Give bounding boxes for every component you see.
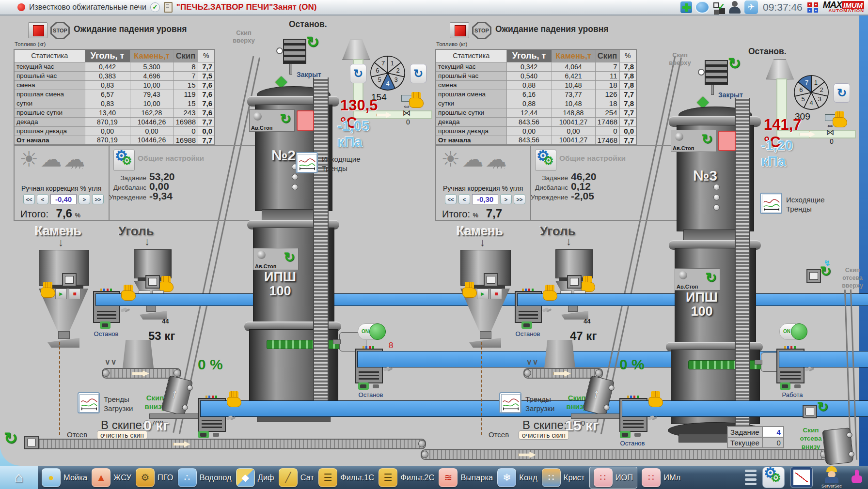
- skip-bucket[interactable]: [583, 375, 615, 416]
- taskbar-item[interactable]: ◆ Диф: [236, 468, 274, 487]
- taskbar-item[interactable]: ∷ ИОП: [589, 467, 638, 489]
- rotate-wheel-right-button[interactable]: [410, 64, 426, 83]
- skip-winch-drive[interactable]: 0 % 0 %: [619, 398, 647, 432]
- stop-sign-icon[interactable]: STOP: [472, 22, 491, 39]
- engineer-icon[interactable]: [728, 0, 742, 14]
- screenings-skip-bucket[interactable]: [822, 428, 853, 465]
- add-icon[interactable]: [680, 1, 692, 13]
- discharge-on-toggle[interactable]: ON: [779, 323, 806, 340]
- rain-cloud-icon[interactable]: [63, 147, 85, 171]
- rain-cloud-icon[interactable]: [485, 147, 506, 171]
- taskbar-item[interactable]: ▲ ЖСУ: [92, 468, 131, 487]
- sun-icon[interactable]: [19, 147, 38, 171]
- stop-sign-icon[interactable]: STOP: [50, 22, 70, 39]
- sun-icon[interactable]: [441, 147, 460, 171]
- skip-winch-drive[interactable]: 0 % 0 %: [198, 398, 226, 432]
- col-skip[interactable]: Скип: [174, 49, 198, 62]
- col-statistic[interactable]: Статистика: [436, 49, 506, 62]
- feeder-drive[interactable]: 0 %: [515, 291, 542, 323]
- server-security-icon[interactable]: ServerSec: [819, 466, 845, 489]
- settings-gears-button[interactable]: [762, 467, 785, 488]
- taskbar-item[interactable]: ∴ Водопод: [178, 468, 232, 487]
- manual-mode-hand-icon[interactable]: [121, 285, 136, 301]
- discharge-drive[interactable]: 0 % 0 A: [355, 349, 383, 383]
- correction-fast-decrease-button[interactable]: <<: [445, 194, 457, 204]
- manual-mode-hand-icon[interactable]: [41, 282, 55, 298]
- alarm-square-indicator[interactable]: [297, 110, 314, 131]
- recycle-icon[interactable]: [728, 57, 741, 70]
- recycle-icon[interactable]: [820, 265, 831, 278]
- correction-value-field[interactable]: -0,30: [472, 194, 498, 204]
- manual-mode-hand-icon[interactable]: [648, 391, 663, 408]
- taskbar-item[interactable]: ⚙ ПГО: [136, 468, 174, 487]
- telegram-icon[interactable]: [744, 0, 758, 14]
- coal-gate-valve-icon[interactable]: [567, 275, 582, 289]
- manual-mode-hand-icon[interactable]: [462, 282, 477, 298]
- screenings-skip-valve-icon[interactable]: [806, 269, 821, 283]
- setpoint-count-field[interactable]: 4: [762, 427, 784, 437]
- taskbar-item[interactable]: ∷ Крист: [542, 468, 585, 487]
- col-statistic[interactable]: Статистика: [14, 49, 85, 62]
- alarm-square-indicator[interactable]: [718, 131, 736, 151]
- touch-hand-icon[interactable]: [851, 470, 863, 485]
- col-stone[interactable]: Камень,т: [552, 49, 595, 62]
- manual-mode-hand-icon[interactable]: [159, 276, 174, 292]
- col-skip[interactable]: Скип: [595, 49, 619, 62]
- manual-mode-hand-icon[interactable]: [833, 111, 847, 128]
- general-settings-button[interactable]: [535, 150, 556, 171]
- taskbar-item[interactable]: ≋ Выпарка: [439, 468, 493, 487]
- stone-gate-valve-icon[interactable]: [484, 273, 498, 287]
- start-button[interactable]: [55, 289, 67, 299]
- auto-stop-panel[interactable]: Ав.Стоп: [249, 109, 295, 132]
- rotary-charger-wheel[interactable]: 1234567: [369, 55, 406, 92]
- clear-skip-button[interactable]: очистить скип: [519, 430, 569, 440]
- stop-button[interactable]: [69, 289, 80, 299]
- col-percent[interactable]: %: [619, 49, 636, 62]
- manual-mode-hand-icon[interactable]: [227, 391, 241, 408]
- menu-bars-icon[interactable]: [745, 470, 757, 485]
- coal-gate-valve-icon[interactable]: [145, 275, 160, 289]
- chat-icon[interactable]: [695, 1, 710, 14]
- auto-stop-panel[interactable]: Ав.Стоп: [671, 130, 716, 152]
- load-trends-button[interactable]: [78, 392, 100, 413]
- trends-chart-button[interactable]: [790, 467, 813, 488]
- correction-decrease-button[interactable]: <: [37, 194, 48, 204]
- start-button[interactable]: [477, 289, 489, 299]
- screenings-skip-valve-icon[interactable]: [803, 405, 817, 418]
- recycle-icon[interactable]: [817, 401, 828, 413]
- network-status-icon[interactable]: [712, 1, 725, 13]
- taskbar-item[interactable]: ∷ ИМл: [642, 468, 680, 487]
- stop-button[interactable]: [490, 289, 502, 299]
- rotary-charger-wheel[interactable]: 1234567: [793, 74, 830, 111]
- stone-gate-valve-icon[interactable]: [62, 273, 77, 287]
- auto-stop-panel[interactable]: Ав.Стоп: [675, 268, 720, 290]
- discharge-on-toggle[interactable]: ON: [358, 323, 385, 340]
- emergency-stop-button[interactable]: [450, 22, 469, 38]
- col-percent[interactable]: %: [198, 49, 215, 62]
- correction-value-field[interactable]: -0,40: [50, 194, 77, 204]
- cloud-icon[interactable]: [462, 147, 483, 171]
- col-stone[interactable]: Камень,т: [130, 49, 174, 62]
- outgoing-trends-button[interactable]: [296, 152, 318, 173]
- taskbar-item[interactable]: ● Мойка: [42, 468, 87, 487]
- auto-stop-panel[interactable]: Ав.Стоп: [253, 248, 299, 270]
- taskbar-item[interactable]: ╱ Сат: [279, 468, 314, 487]
- clipboard-icon[interactable]: [164, 2, 173, 13]
- home-button[interactable]: [15, 469, 23, 486]
- discharge-drive[interactable]: 100 % 6 A: [776, 349, 805, 383]
- skip-bucket[interactable]: [161, 375, 193, 416]
- outgoing-trends-button[interactable]: [760, 193, 782, 214]
- col-coal[interactable]: Уголь, т: [85, 49, 130, 62]
- correction-decrease-button[interactable]: <: [458, 194, 470, 204]
- conveyor-valve-icon[interactable]: [24, 436, 39, 449]
- general-settings-button[interactable]: [113, 150, 135, 171]
- manual-mode-hand-icon[interactable]: [543, 285, 557, 301]
- check-icon[interactable]: [150, 2, 160, 12]
- taskbar-item[interactable]: ❄ Конд: [497, 468, 537, 487]
- load-trends-button[interactable]: [499, 392, 521, 413]
- rotate-wheel-right-button[interactable]: [834, 83, 850, 103]
- recycle-icon[interactable]: [306, 36, 319, 48]
- taskbar-item[interactable]: ☰ Фильт.2С: [379, 468, 434, 487]
- taskbar-item[interactable]: ☰ Фильт.1С: [318, 468, 374, 487]
- correction-fast-decrease-button[interactable]: <<: [23, 194, 35, 204]
